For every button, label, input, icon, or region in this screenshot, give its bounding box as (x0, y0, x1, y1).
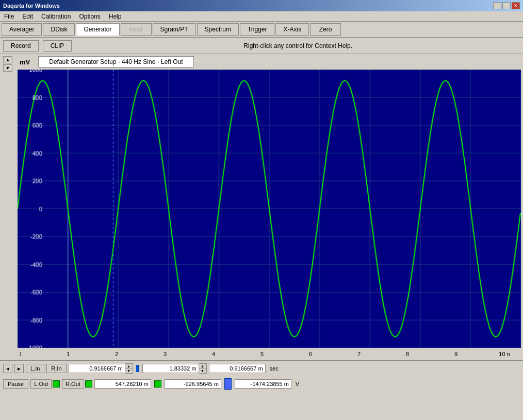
waveform-container (18, 70, 521, 348)
value-group-3 (209, 364, 266, 373)
cursor-symbol (224, 378, 232, 390)
unit-label-2: V (293, 381, 301, 387)
tab-sgram[interactable]: Sgram/PT (153, 23, 196, 36)
close-button[interactable]: ✕ (512, 2, 520, 9)
bottom-row-1: ◄ ► L.In R.In ▲ ▼ ▲ ▼ sec (0, 361, 523, 376)
lout-button[interactable]: L.Out (30, 379, 52, 389)
menu-calibration[interactable]: Calibration (39, 12, 73, 21)
lout-green-square[interactable] (53, 380, 60, 388)
x-axis-canvas (20, 349, 520, 359)
chart-area: ▲ ▼ mV Default Generator Setup - 440 Hz … (0, 54, 523, 348)
waveform-canvas (18, 70, 521, 348)
title-bar-title: Daqarta for Windows (3, 3, 60, 9)
value-group-5 (165, 379, 221, 389)
tab-xaxis[interactable]: X-Axis (275, 23, 309, 36)
x-axis-labels (0, 348, 523, 360)
sub-toolbar: Record CLIP Right-click any control for … (0, 38, 523, 54)
menu-edit[interactable]: Edit (20, 12, 35, 21)
title-bar: Daqarta for Windows ─ □ ✕ (0, 0, 523, 11)
value-group-2: ▲ ▼ (142, 363, 207, 374)
title-bar-buttons: ─ □ ✕ (493, 2, 520, 9)
spin-up-1[interactable]: ▲ (125, 364, 133, 368)
maximize-button[interactable]: □ (502, 2, 511, 9)
spin-btns-2: ▲ ▼ (199, 363, 207, 374)
menu-options[interactable]: Options (77, 12, 102, 21)
nav-left-button[interactable]: ◄ (3, 364, 12, 373)
spin-down-2[interactable]: ▼ (199, 368, 206, 373)
tab-generator[interactable]: Generator (76, 23, 119, 36)
unit-label-1: sec (268, 365, 281, 372)
nav-right-button[interactable]: ► (14, 364, 24, 373)
signal-title: Default Generator Setup - 440 Hz Sine - … (38, 56, 193, 68)
y-down-button[interactable]: ▼ (3, 64, 12, 72)
value-input-1[interactable] (69, 364, 125, 373)
value-group-1: ▲ ▼ (69, 363, 133, 374)
pause-button[interactable]: Pause (3, 379, 28, 389)
value-input-5[interactable] (165, 379, 221, 389)
rout-button[interactable]: R.Out (62, 379, 84, 389)
y-axis-controls: ▲ ▼ (0, 54, 15, 348)
lout-indicator: L.Out (30, 379, 60, 389)
tab-averager[interactable]: Averager (2, 23, 42, 36)
value-group-6 (235, 379, 291, 389)
tab-zero[interactable]: Zero (310, 23, 341, 36)
rin-button[interactable]: R.In (46, 364, 66, 373)
tab-spectrum[interactable]: Spectrum (197, 23, 239, 36)
value-input-2[interactable] (142, 364, 199, 373)
toolbar-tabs: Averager DDisk Generator Input Sgram/PT … (0, 22, 523, 38)
cursor-indicator-1 (136, 365, 139, 372)
spin-btns-1: ▲ ▼ (125, 363, 133, 374)
menu-file[interactable]: File (2, 12, 16, 21)
record-button[interactable]: Record (3, 40, 39, 52)
lin-button[interactable]: L.In (26, 364, 44, 373)
rout-green-square[interactable] (85, 380, 92, 388)
y-up-button[interactable]: ▲ (3, 56, 12, 63)
tab-input[interactable]: Input (121, 23, 152, 36)
bottom-controls: ◄ ► L.In R.In ▲ ▼ ▲ ▼ sec Pause L.Out (0, 360, 523, 392)
value-group-4 (94, 379, 151, 389)
minimize-button[interactable]: ─ (493, 2, 501, 9)
y-unit-label: mV (18, 57, 32, 67)
menu-bar: File Edit Calibration Options Help (0, 11, 523, 22)
rout-indicator: R.Out (62, 379, 92, 389)
clip-button[interactable]: CLIP (43, 40, 72, 52)
chart-wrapper: mV Default Generator Setup - 440 Hz Sine… (15, 54, 523, 348)
lout-indicator-square (154, 380, 161, 388)
value-input-3[interactable] (209, 364, 266, 373)
menu-help[interactable]: Help (107, 12, 124, 21)
value-input-4[interactable] (94, 379, 151, 389)
tab-trigger[interactable]: Trigger (240, 23, 275, 36)
spin-up-2[interactable]: ▲ (199, 364, 206, 368)
value-input-6[interactable] (235, 379, 291, 389)
context-help-text: Right-click any control for Context Help… (76, 42, 520, 49)
bottom-row-2: Pause L.Out R.Out V (0, 376, 523, 392)
spin-down-1[interactable]: ▼ (125, 368, 133, 373)
tab-ddisk[interactable]: DDisk (43, 23, 75, 36)
